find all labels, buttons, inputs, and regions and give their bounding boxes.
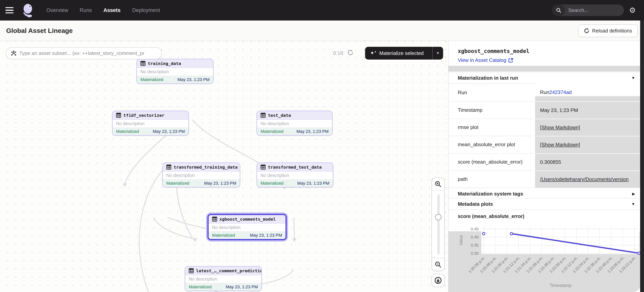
nav-links: Overview Runs Assets Deployment	[46, 7, 160, 13]
search-input[interactable]	[565, 7, 624, 13]
materialization-time: May 23, 1:23 PM	[296, 129, 328, 134]
materialization-time: May 23, 1:23 PM	[204, 181, 236, 186]
asset-description: No description	[208, 223, 286, 232]
svg-text:Value: Value	[458, 235, 464, 246]
zoom-slider[interactable]	[432, 191, 444, 258]
asset-name: xgboost_comments_model	[220, 217, 276, 222]
svg-text:Timestamp: Timestamp	[550, 283, 572, 288]
asset-subset-input[interactable]	[19, 50, 157, 56]
table-row: mean_absolute_error plot [Show Markdown]	[448, 136, 640, 153]
show-markdown-link[interactable]: [Show Markdown]	[540, 125, 580, 131]
settings-gear-icon[interactable]: ⚙	[624, 6, 641, 15]
materialize-dropdown-caret[interactable]: ▼	[433, 52, 443, 55]
chevron-right-icon: ▶	[632, 191, 635, 196]
table-row: rmse plot [Show Markdown]	[448, 119, 640, 136]
zoom-slider-track[interactable]	[437, 194, 440, 254]
dagster-logo-icon[interactable]	[21, 3, 36, 18]
svg-text:0.35: 0.35	[471, 243, 479, 247]
asset-name: training_data	[148, 61, 181, 66]
nav-right: / ⚙	[552, 5, 644, 16]
zoom-in-button[interactable]	[432, 178, 444, 191]
materialization-time: May 23, 1:23 PM	[250, 233, 282, 238]
sparkle-icon: ✦✦	[370, 51, 377, 56]
materialization-time: May 23, 1:23 PM	[297, 181, 329, 186]
asset-description: No description	[137, 68, 213, 76]
table-icon	[260, 113, 266, 118]
asset-node-transformed-test-data[interactable]: transformed_test_data No description Mat…	[256, 162, 334, 188]
asset-description: No description	[257, 120, 332, 128]
status-badge: Materialized	[260, 129, 284, 134]
svg-text:0.45: 0.45	[471, 227, 479, 231]
asset-node-transformed-training-data[interactable]: transformed_training_data No description…	[162, 162, 240, 188]
top-nav: Overview Runs Assets Deployment / ⚙	[0, 0, 644, 21]
global-search[interactable]: /	[552, 5, 624, 16]
section-materialization-last-run[interactable]: Materialization in last run ▼	[448, 72, 640, 84]
chevron-down-icon: ▼	[631, 76, 635, 80]
page-scrollbar[interactable]	[640, 21, 644, 292]
chart-canvas[interactable]: 0.450.400.350.301:20:36 p.m.1:20:48 p.m.…	[448, 220, 644, 292]
asset-lineage-graph[interactable]: training_data No description Materialize…	[0, 41, 448, 292]
materialize-selected-button[interactable]: ✦✦Materialize selected ▼	[365, 47, 443, 60]
horizontal-scrollbar-track[interactable]	[448, 66, 640, 72]
asset-node-training-data[interactable]: training_data No description Materialize…	[136, 59, 214, 84]
run-id-link[interactable]: 242374ad	[549, 89, 572, 95]
table-icon	[189, 268, 194, 273]
path-link[interactable]: /Users/odetteharary/Documents/version	[540, 176, 628, 182]
table-row: Run Run 242374ad	[448, 84, 640, 101]
table-icon	[116, 113, 121, 118]
materialization-time: May 23, 1:23 PM	[153, 129, 185, 134]
chevron-down-icon: ▼	[631, 202, 635, 206]
materialization-time: May 23, 1:23 PM	[178, 77, 210, 82]
external-link-icon	[508, 58, 513, 63]
status-badge: Materialized	[189, 284, 212, 289]
table-row: Timestamp May 23, 1:23 PM	[448, 101, 640, 118]
asset-filter-input[interactable]	[6, 47, 162, 59]
view-in-asset-catalog-link[interactable]: View in Asset Catalog	[458, 57, 513, 63]
asset-details-panel: xgboost_comments_model View in Asset Cat…	[448, 41, 644, 292]
status-badge: Materialized	[166, 181, 189, 186]
table-row: score (mean_absolute_error) 0.300855	[448, 153, 640, 170]
download-graph-button[interactable]	[432, 274, 445, 287]
asset-name: tfidf_vectorizer	[124, 113, 164, 118]
zoom-controls	[432, 177, 445, 271]
page-header: Global Asset Lineage Reload definitions	[0, 21, 644, 41]
reload-definitions-button[interactable]: Reload definitions	[578, 24, 638, 37]
timestamp-value: May 23, 1:23 PM	[540, 107, 578, 113]
asset-name: transformed_training_data	[174, 165, 238, 170]
refresh-timer: 0:18	[333, 50, 343, 56]
section-metadata-plots[interactable]: Metadata plots ▼	[448, 198, 640, 210]
asset-description: No description	[112, 120, 188, 128]
asset-node-tfidf-vectorizer[interactable]: tfidf_vectorizer No description Material…	[112, 111, 189, 136]
asset-graph-icon	[11, 50, 16, 56]
asset-detail-title: xgboost_comments_model	[458, 48, 530, 54]
asset-node-xgboost-comments-model[interactable]: xgboost_comments_model No description Ma…	[208, 214, 287, 240]
asset-node-latest-comment-predictions[interactable]: latest_…_comment_predictions No descript…	[185, 266, 262, 291]
zoom-slider-thumb[interactable]	[435, 214, 442, 220]
table-icon	[212, 217, 217, 222]
asset-node-test-data[interactable]: test_data No description MaterializedMay…	[256, 111, 332, 136]
asset-name: test_data	[268, 113, 291, 118]
nav-item-overview[interactable]: Overview	[46, 7, 68, 13]
metadata-plot-title: score (mean_absolute_error)	[458, 213, 524, 219]
materialization-time: May 23, 1:23 PM	[226, 284, 258, 289]
cell-scrollbar-track[interactable]	[535, 96, 640, 101]
nav-item-runs[interactable]: Runs	[80, 7, 92, 13]
zoom-out-button[interactable]	[432, 258, 444, 271]
score-value: 0.300855	[540, 159, 561, 165]
section-materialization-system-tags[interactable]: Materialization system tags ▶	[448, 188, 640, 200]
table-icon	[260, 165, 266, 170]
refresh-icon[interactable]	[347, 50, 354, 56]
score-line-chart: 0.450.400.350.301:20:36 p.m.1:20:48 p.m.…	[448, 220, 644, 292]
asset-name: transformed_test_data	[268, 165, 322, 170]
menu-icon[interactable]	[6, 7, 15, 13]
svg-text:0.30: 0.30	[471, 251, 479, 255]
nav-item-assets[interactable]: Assets	[104, 7, 121, 13]
nav-item-deployment[interactable]: Deployment	[132, 7, 160, 13]
show-markdown-link[interactable]: [Show Markdown]	[540, 142, 580, 148]
status-badge: Materialized	[260, 181, 284, 186]
table-row: path /Users/odetteharary/Documents/versi…	[448, 170, 640, 188]
run-prefix: Run	[540, 89, 549, 95]
materialization-table: Run Run 242374ad Timestamp May 23, 1:23 …	[448, 84, 640, 188]
table-icon	[140, 61, 146, 66]
dagster-app: Overview Runs Assets Deployment / ⚙ Glob…	[0, 0, 644, 292]
